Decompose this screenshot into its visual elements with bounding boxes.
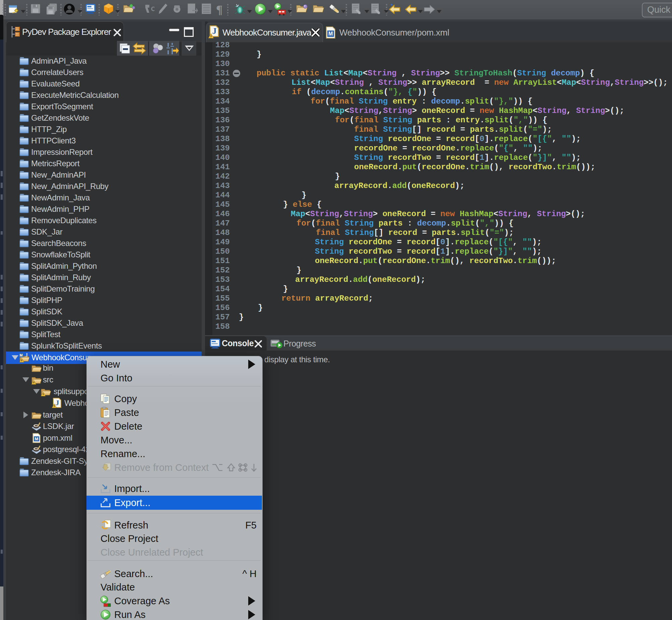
svg-text:*: * xyxy=(391,4,393,9)
svg-text:J: J xyxy=(56,399,59,407)
svg-text:J: J xyxy=(212,26,217,36)
svg-text:J: J xyxy=(25,352,28,358)
svg-text:M: M xyxy=(328,31,333,37)
svg-text:C: C xyxy=(151,5,155,12)
svg-text:M: M xyxy=(19,353,22,357)
svg-text:M: M xyxy=(35,436,39,442)
